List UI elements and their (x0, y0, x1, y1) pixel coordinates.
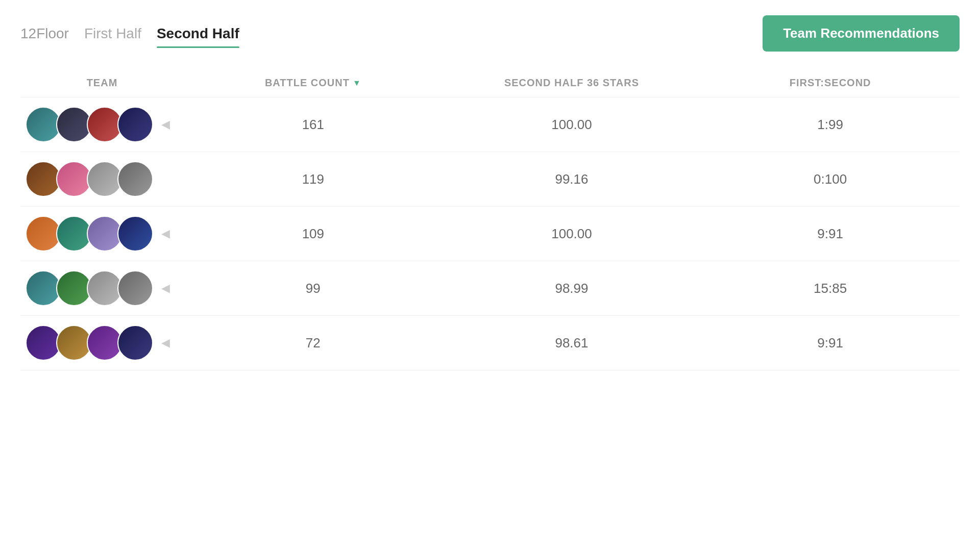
table-row: ◀ 99 98.99 15:85 (20, 261, 960, 316)
col-header-battle-count[interactable]: BATTLE COUNT ▼ (184, 77, 443, 89)
avatars-4 (26, 270, 153, 306)
avatar (117, 107, 153, 142)
first-second-5: 9:91 (701, 335, 960, 351)
second-half-stars-3: 100.00 (443, 226, 701, 242)
second-half-stars-4: 98.99 (443, 281, 701, 296)
avatars-5 (26, 325, 153, 361)
table-row: ◀ 161 100.00 1:99 (20, 97, 960, 152)
team-recommendations-button[interactable]: Team Recommendations (763, 15, 960, 52)
header: 12Floor First Half Second Half Team Reco… (20, 10, 960, 52)
row-arrow-icon: ◀ (161, 336, 170, 349)
table-row: ◀ 72 98.61 9:91 (20, 316, 960, 370)
battle-count-4: 99 (184, 281, 443, 296)
battle-count-3: 109 (184, 226, 443, 242)
table-row: ◀ 109 100.00 9:91 (20, 207, 960, 261)
col-header-second-half-stars: SECOND HALF 36 STARS (443, 77, 701, 89)
battle-count-5: 72 (184, 335, 443, 351)
second-half-stars-2: 99.16 (443, 171, 701, 187)
avatar (117, 161, 153, 197)
team-cell-4: ◀ (20, 270, 184, 306)
battle-count-1: 161 (184, 117, 443, 133)
avatar (117, 270, 153, 306)
team-cell-2 (20, 161, 184, 197)
avatar (117, 325, 153, 361)
nav-second-half[interactable]: Second Half (157, 26, 239, 42)
battle-count-2: 119 (184, 171, 443, 187)
row-arrow-icon: ◀ (161, 118, 170, 131)
second-half-stars-5: 98.61 (443, 335, 701, 351)
team-cell-1: ◀ (20, 107, 184, 142)
table-row: 119 99.16 0:100 (20, 152, 960, 207)
row-arrow-icon: ◀ (161, 227, 170, 240)
nav-first-half[interactable]: First Half (84, 26, 141, 42)
team-cell-3: ◀ (20, 216, 184, 252)
avatars-3 (26, 216, 153, 252)
avatar (117, 216, 153, 252)
nav-tabs: 12Floor First Half Second Half (20, 26, 239, 42)
page-container: 12Floor First Half Second Half Team Reco… (0, 0, 980, 551)
first-second-1: 1:99 (701, 117, 960, 133)
first-second-2: 0:100 (701, 171, 960, 187)
first-second-3: 9:91 (701, 226, 960, 242)
second-half-stars-1: 100.00 (443, 117, 701, 133)
avatars-1 (26, 107, 153, 142)
col-header-team: TEAM (20, 77, 184, 89)
first-second-4: 15:85 (701, 281, 960, 296)
nav-floor[interactable]: 12Floor (20, 26, 69, 42)
sort-arrow-icon: ▼ (353, 79, 361, 88)
table-container: TEAM BATTLE COUNT ▼ SECOND HALF 36 STARS… (20, 67, 960, 370)
team-cell-5: ◀ (20, 325, 184, 361)
table-header: TEAM BATTLE COUNT ▼ SECOND HALF 36 STARS… (20, 67, 960, 97)
row-arrow-icon: ◀ (161, 282, 170, 295)
col-header-first-second: FIRST:SECOND (701, 77, 960, 89)
avatars-2 (26, 161, 153, 197)
